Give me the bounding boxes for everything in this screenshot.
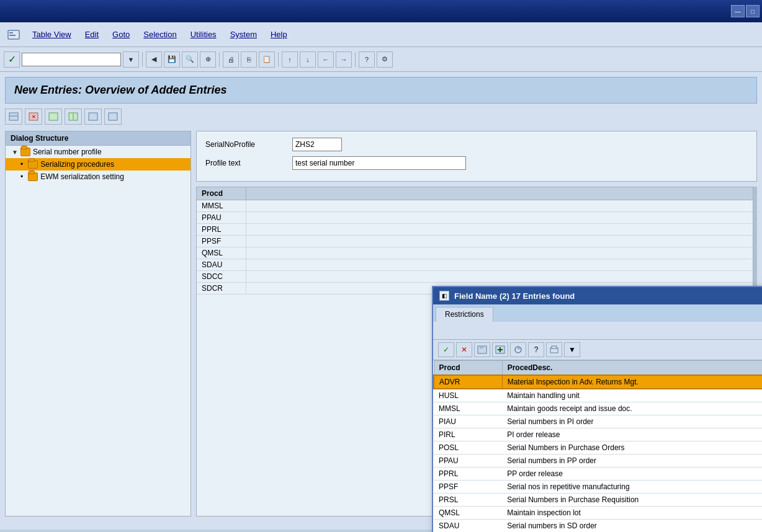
popup-table-row[interactable]: MMSL Maintain goods receipt and issue do…	[434, 402, 762, 415]
table-row[interactable]: PPAU	[197, 212, 753, 224]
popup-cell-desc: Maintain goods receipt and issue doc.	[502, 402, 762, 415]
tree-item-serial-number-profile[interactable]: ▼ Serial number profile	[6, 146, 191, 158]
popup-table-row[interactable]: PPSF Serial nos in repetitive manufactur…	[434, 481, 762, 494]
action-toolbar: ✕	[5, 109, 757, 125]
popup-table-row[interactable]: SDAU Serial numbers in SD order	[434, 520, 762, 533]
popup-cell-procd: PPSF	[434, 481, 502, 494]
right-button[interactable]: →	[336, 51, 352, 68]
popup-table-container: Procd ProcedDesc. ADVR Material Inspecti…	[433, 360, 762, 532]
separator-1	[142, 52, 143, 67]
menu-utilities[interactable]: Utilities	[184, 27, 223, 42]
popup-table-row[interactable]: PPAU Serial numbers in PP order	[434, 454, 762, 468]
popup-table-row[interactable]: QMSL Maintain inspection lot	[434, 507, 762, 520]
popup-tab-restrictions[interactable]: Restrictions	[436, 307, 493, 322]
popup-cancel-button[interactable]: ✕	[456, 342, 472, 357]
popup-rows-container: ADVR Material Inspection in Adv. Returns…	[434, 375, 762, 532]
popup-help-button[interactable]: ?	[528, 342, 544, 357]
popup-cell-desc: Maintain handling unit	[502, 389, 762, 402]
svg-rect-11	[109, 113, 117, 120]
profile-text-input[interactable]	[292, 156, 466, 170]
popup-cell-procd: POSL	[434, 441, 502, 454]
action-btn-1[interactable]	[5, 109, 22, 125]
form-row-serial-no: SerialNoProfile	[205, 138, 748, 151]
action-btn-3[interactable]	[45, 109, 62, 125]
action-btn-2[interactable]: ✕	[25, 109, 42, 125]
popup-col-desc: ProcedDesc.	[502, 361, 762, 376]
check-button[interactable]: ✓	[4, 51, 20, 68]
form-section: SerialNoProfile Profile text	[196, 131, 757, 182]
action-btn-6[interactable]	[104, 109, 122, 125]
popup-more-button[interactable]: ▼	[564, 342, 580, 357]
popup-table-row[interactable]: PIRL PI order release	[434, 428, 762, 441]
maximize-button[interactable]: □	[746, 5, 760, 17]
back-button[interactable]: ◀	[146, 51, 162, 68]
dialog-structure: Dialog Structure ▼ Serial number profile…	[5, 131, 191, 516]
popup-table-row[interactable]: ADVR Material Inspection in Adv. Returns…	[434, 375, 762, 389]
tree-label-ewm-serialization: EWM serialization setting	[40, 172, 124, 181]
minimize-button[interactable]: —	[731, 5, 745, 17]
help-button[interactable]: ?	[359, 51, 375, 68]
paste-button[interactable]: 📋	[259, 51, 275, 68]
tree-item-ewm-serialization[interactable]: • EWM serialization setting	[6, 171, 191, 183]
print-button[interactable]: 🖨	[223, 51, 239, 68]
down-button[interactable]: ↓	[300, 51, 316, 68]
popup-tabs: Restrictions	[433, 304, 762, 322]
popup-save-button[interactable]	[474, 342, 490, 357]
table-row[interactable]: SDAU	[197, 259, 753, 271]
popup-cell-procd: PRSL	[434, 494, 502, 507]
table-row[interactable]: QMSL	[197, 247, 753, 259]
form-row-profile-text: Profile text	[205, 156, 748, 170]
popup-print-button[interactable]	[546, 342, 562, 357]
svg-rect-13	[480, 346, 483, 348]
popup-confirm-button[interactable]: ✓	[438, 342, 454, 357]
menu-help[interactable]: Help	[264, 27, 294, 42]
tree-label-serial-number-profile: Serial number profile	[33, 148, 102, 156]
table-row[interactable]: MMSL	[197, 200, 753, 212]
popup-title-icon: ◧	[439, 291, 449, 301]
popup-cell-desc: Maintain inspection lot	[502, 507, 762, 520]
table-row[interactable]: PPSF	[197, 236, 753, 247]
table-cell-procd: SDCR	[197, 283, 246, 294]
action-btn-4[interactable]	[65, 109, 82, 125]
popup-table-row[interactable]: PPRL PP order release	[434, 468, 762, 481]
popup-table-row[interactable]: PIAU Serial numbers in PI order	[434, 415, 762, 428]
menu-table-view[interactable]: Table View	[26, 27, 78, 42]
copy-button[interactable]: ⎘	[241, 51, 257, 68]
popup-table-row[interactable]: PRSL Serial Numbers in Purchase Requisit…	[434, 494, 762, 507]
popup-table: Procd ProcedDesc. ADVR Material Inspecti…	[433, 360, 762, 532]
save-button[interactable]: 💾	[164, 51, 180, 68]
up-button[interactable]: ↑	[282, 51, 298, 68]
table-cell-procd: PPSF	[197, 236, 246, 247]
popup-cell-procd: ADVR	[434, 375, 502, 389]
tree-item-serializing-procedures[interactable]: • Serializing procedures	[6, 158, 191, 171]
folder-icon-3	[28, 172, 38, 181]
popup-cell-desc: Serial nos in repetitive manufacturing	[502, 481, 762, 494]
separator-2	[219, 52, 220, 67]
table-header: Procd	[197, 187, 753, 200]
dropdown-button[interactable]: ▼	[123, 51, 139, 68]
main-content: New Entries: Overview of Added Entries ✕…	[0, 72, 762, 530]
find-next-button[interactable]: ⊕	[200, 51, 216, 68]
menu-goto[interactable]: Goto	[106, 27, 136, 42]
popup-cell-desc: Material Inspection in Adv. Returns Mgt.	[502, 375, 762, 389]
popup-cell-procd: SDAU	[434, 520, 502, 533]
command-input[interactable]	[22, 53, 121, 66]
menu-selection[interactable]: Selection	[137, 27, 182, 42]
left-button[interactable]: ←	[318, 51, 334, 68]
svg-rect-10	[89, 113, 97, 120]
separator-3	[278, 52, 279, 67]
table-row[interactable]: PPRL	[197, 224, 753, 236]
popup-table-row[interactable]: HUSL Maintain handling unit	[434, 389, 762, 402]
tree-bullet-1: •	[20, 160, 23, 169]
action-btn-5[interactable]	[84, 109, 102, 125]
find-button[interactable]: 🔍	[182, 51, 198, 68]
popup-add-button[interactable]	[492, 342, 508, 357]
serial-no-profile-input[interactable]	[292, 138, 342, 151]
popup-cell-procd: PIRL	[434, 428, 502, 441]
menu-system[interactable]: System	[224, 27, 263, 42]
popup-refresh-button[interactable]	[510, 342, 526, 357]
table-row[interactable]: SDCC	[197, 271, 753, 283]
menu-edit[interactable]: Edit	[79, 27, 105, 42]
config-button[interactable]: ⚙	[377, 51, 393, 68]
popup-table-row[interactable]: POSL Serial Numbers in Purchase Orders	[434, 441, 762, 454]
